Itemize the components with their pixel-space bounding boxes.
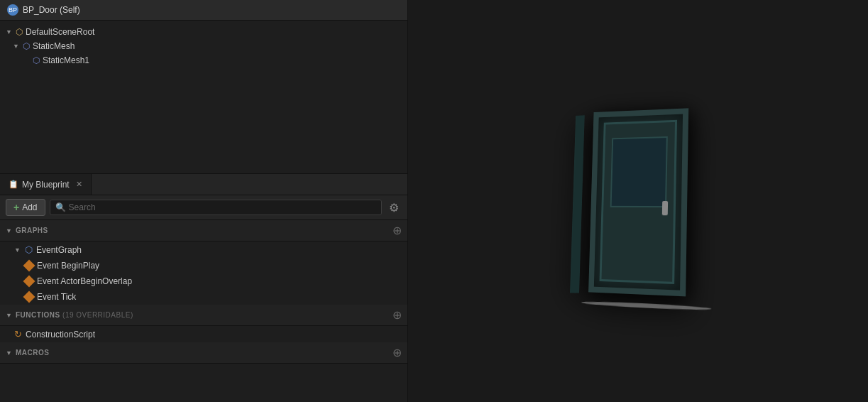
- search-input[interactable]: [50, 200, 382, 215]
- bp-item-eventgraph[interactable]: ▼ ⬡ EventGraph: [0, 241, 407, 258]
- door-3d-model: [575, 100, 703, 304]
- search-wrapper: 🔍: [50, 200, 382, 215]
- add-plus-icon: +: [13, 202, 19, 213]
- left-panel: BP BP_Door (Self) ▼ ⬡ DefaultSceneRoot ▼…: [0, 0, 408, 402]
- bp-item-event-tick[interactable]: Event Tick: [0, 289, 407, 305]
- scene-root-icon: ⬡: [16, 27, 23, 37]
- graphs-expand-arrow: ▼: [6, 227, 12, 234]
- section-header-functions[interactable]: ▼ FUNCTIONS (19 OVERRIDABLE) ⊕: [0, 305, 407, 326]
- event-actoroverlap-diamond-icon: [23, 276, 35, 288]
- tree-label-staticmesh: StaticMesh: [33, 41, 75, 51]
- section-header-graphs[interactable]: ▼ GRAPHS ⊕: [0, 220, 407, 241]
- component-tree-header: BP BP_Door (Self): [0, 0, 407, 21]
- settings-gear-icon[interactable]: ⚙: [386, 200, 402, 216]
- tree-label-defaultsceneroot: DefaultSceneRoot: [26, 27, 94, 37]
- main-layout: BP BP_Door (Self) ▼ ⬡ DefaultSceneRoot ▼…: [0, 0, 868, 402]
- tab-label: My Blueprint: [22, 180, 70, 190]
- door-base: [581, 300, 711, 311]
- functions-count: (19 OVERRIDABLE): [62, 311, 133, 319]
- door-side-face: [570, 115, 585, 293]
- add-label: Add: [22, 202, 37, 212]
- macros-section-title: MACROS: [16, 349, 49, 357]
- macros-expand-arrow: ▼: [6, 349, 12, 357]
- tree-label-staticmesh1: StaticMesh1: [43, 55, 89, 65]
- tree-item-staticmesh[interactable]: ▼ ⬡ StaticMesh: [0, 39, 407, 53]
- door-inner-panel: [600, 120, 677, 284]
- event-tick-label: Event Tick: [37, 292, 76, 302]
- search-icon: 🔍: [55, 202, 66, 212]
- section-header-macros[interactable]: ▼ MACROS ⊕: [0, 342, 407, 364]
- constructionscript-label: ConstructionScript: [26, 330, 95, 339]
- functions-header-left: ▼ FUNCTIONS (19 OVERRIDABLE): [6, 311, 133, 319]
- my-blueprint-tab[interactable]: 📋 My Blueprint ✕: [0, 174, 92, 195]
- graphs-add-icon[interactable]: ⊕: [392, 224, 402, 237]
- tree-item-defaultsceneroot[interactable]: ▼ ⬡ DefaultSceneRoot: [0, 25, 407, 39]
- event-actoroverlap-label: Event ActorBeginOverlap: [37, 276, 132, 286]
- event-tick-diamond-icon: [23, 291, 35, 303]
- panel-toolbar: + Add 🔍 ⚙: [0, 195, 407, 220]
- bp-logo-icon: BP: [7, 4, 18, 16]
- bp-item-event-actoroverlap[interactable]: Event ActorBeginOverlap: [0, 273, 407, 289]
- door-mesh: [575, 100, 703, 304]
- macros-add-icon[interactable]: ⊕: [392, 346, 402, 359]
- tab-close-button[interactable]: ✕: [76, 180, 82, 189]
- graphs-header-left: ▼ GRAPHS: [6, 227, 48, 234]
- graphs-section-title: GRAPHS: [16, 227, 48, 234]
- eventgraph-expand-arrow: ▼: [14, 246, 21, 254]
- component-tree: BP BP_Door (Self) ▼ ⬡ DefaultSceneRoot ▼…: [0, 0, 407, 174]
- component-tree-title: BP_Door (Self): [23, 5, 80, 15]
- static-mesh1-icon: ⬡: [33, 55, 40, 65]
- tree-item-staticmesh1[interactable]: ▶ ⬡ StaticMesh1: [0, 53, 407, 67]
- add-button[interactable]: + Add: [6, 199, 45, 216]
- tab-blueprint-icon: 📋: [9, 180, 18, 189]
- my-blueprint-panel: 📋 My Blueprint ✕ + Add 🔍 ⚙: [0, 174, 407, 402]
- constructionscript-icon: ↻: [14, 329, 22, 339]
- eventgraph-label: EventGraph: [36, 245, 82, 255]
- viewport: [408, 0, 868, 402]
- functions-add-icon[interactable]: ⊕: [392, 308, 402, 322]
- functions-section-title: FUNCTIONS (19 OVERRIDABLE): [16, 311, 133, 319]
- event-beginplay-diamond-icon: [23, 260, 35, 272]
- bp-item-event-beginplay[interactable]: Event BeginPlay: [0, 258, 407, 273]
- tree-content: ▼ ⬡ DefaultSceneRoot ▼ ⬡ StaticMesh ▶ ⬡ …: [0, 21, 407, 72]
- static-mesh-icon: ⬡: [23, 41, 30, 51]
- panel-tab-bar: 📋 My Blueprint ✕: [0, 174, 407, 195]
- expand-arrow-mesh: ▼: [13, 43, 20, 50]
- functions-expand-arrow: ▼: [6, 312, 12, 319]
- door-glass-panel: [610, 136, 668, 207]
- door-frame: [588, 108, 688, 296]
- door-handle: [662, 201, 668, 215]
- expand-arrow-scene: ▼: [6, 28, 13, 36]
- eventgraph-icon: ⬡: [25, 244, 33, 255]
- bp-item-constructionscript[interactable]: ↻ ConstructionScript: [0, 326, 407, 342]
- event-beginplay-label: Event BeginPlay: [37, 261, 99, 271]
- macros-header-left: ▼ MACROS: [6, 349, 49, 357]
- bp-content: ▼ GRAPHS ⊕ ▼ ⬡ EventGraph Event BeginPla…: [0, 220, 407, 402]
